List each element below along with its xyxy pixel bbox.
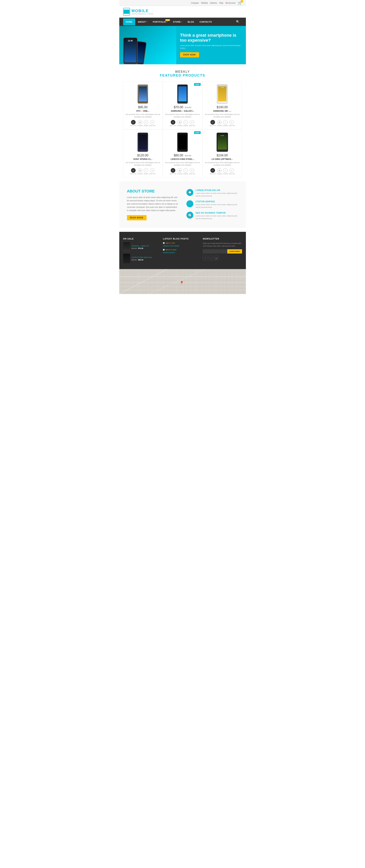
- phone-screen: 12:45: [124, 39, 136, 62]
- about-left: ABOUT STORE Lorem ipsum dolor sit amet c…: [127, 189, 179, 220]
- about-features: 💬 LOREM IPSUM DOLOR Lorem ipsum dolor si…: [187, 189, 238, 220]
- clock-icon: 🕐: [163, 242, 165, 244]
- blog-link-1[interactable]: Aliquam erat volutpat.: [163, 245, 179, 247]
- quickview-6[interactable]: ✓: [229, 168, 234, 173]
- old-price-2: $75.00: [185, 106, 191, 108]
- product-card-1: $95.00 HTC – ONE... Our products have so…: [123, 81, 163, 129]
- cart-button[interactable]: 🛒 0: [238, 1, 242, 5]
- nav-contacts[interactable]: CONTACTS: [197, 19, 214, 25]
- product-actions-1: 🛒 Add to cart ⚖ Compare ♡ Wishlist ✓ Qui…: [125, 120, 161, 126]
- topbar-myaccount[interactable]: My Account: [226, 2, 236, 4]
- compare-5[interactable]: ⚖: [177, 168, 182, 173]
- feature-content-3: SED DO EIUSMOD TEMPOR Lorem ipsum dolor …: [196, 212, 238, 220]
- hero-section: 12:45 Think a great smartphone is too ex…: [119, 26, 246, 64]
- map-svg: 📍: [119, 269, 246, 294]
- feature-icon-3: 🔄: [187, 212, 193, 219]
- sale-price-2: $94.50 $80.00: [132, 259, 152, 261]
- map-section: 📍: [119, 269, 246, 294]
- sale-name-2[interactable]: LENOVO K900 Steel Gray: [132, 256, 152, 258]
- wishlist-2[interactable]: ♡: [184, 120, 188, 125]
- blog-link-2[interactable]: Mauris posuere.: [163, 252, 175, 253]
- product-actions-3: 🛒 Add to cart ⚖ Compare ♡ Wishlist ✓ Qui…: [205, 120, 240, 126]
- product-img-6: 11:00: [214, 133, 230, 152]
- quickview-3[interactable]: ✓: [229, 120, 234, 125]
- wishlist-6[interactable]: ♡: [223, 168, 228, 173]
- topbar-delivery[interactable]: Delivery: [210, 2, 217, 4]
- topbar-help[interactable]: Help: [219, 2, 223, 4]
- add-to-cart-1[interactable]: 🛒: [131, 120, 136, 125]
- logo[interactable]: MOBILE WOOCOMMERCE THEME: [123, 8, 154, 16]
- product-name-5: LENOVO K900 STEEL...: [165, 158, 200, 160]
- nav-about[interactable]: ABOUT ▾: [135, 19, 150, 25]
- wishlist-5[interactable]: ♡: [184, 168, 188, 173]
- portfolio-dropdown-arrow: ▾: [167, 21, 168, 23]
- product-actions-4: 🛒 Add to cart ⚖ Compare ♡ Wishlist ✓ Qui…: [125, 168, 161, 175]
- quickview-2[interactable]: ✓: [190, 120, 194, 125]
- add-to-cart-2[interactable]: 🛒: [171, 120, 175, 125]
- add-to-cart-3[interactable]: 🛒: [210, 120, 215, 125]
- product-price-1: $95.00: [125, 105, 161, 109]
- product-actions-5: 🛒 Add to cart ⚖ Compare ♡ Wishlist ✓ Qui…: [165, 168, 200, 175]
- about-description: Lorem ipsum dolor sit amet conse ctetur …: [127, 196, 179, 212]
- product-desc-1: Our products have some advantages such a…: [125, 113, 161, 118]
- nav-blog[interactable]: BLOG: [185, 19, 197, 25]
- product-img-1: [135, 85, 151, 104]
- google-plus-icon[interactable]: g+: [214, 256, 219, 260]
- product-card-4: $120.00 SONY XPERIA Z1... Our products h…: [123, 129, 163, 178]
- quickview-5[interactable]: ✓: [190, 168, 194, 173]
- product-card-6: 11:00 $104.00 LG D802 (OPTIMUS... Our pr…: [203, 129, 242, 178]
- nav-home[interactable]: HOME: [123, 19, 135, 25]
- product-name-4: SONY XPERIA Z1...: [125, 158, 161, 160]
- product-name-1: HTC – ONE...: [125, 110, 161, 112]
- wishlist-3[interactable]: ♡: [223, 120, 228, 125]
- nav-store[interactable]: STORE ▾: [170, 19, 185, 25]
- featured-section-title: WEEKLY FEATURED PRODUCTS: [119, 64, 246, 81]
- feature-desc-2: Lorem ipsum dolor sit amet conse ctetur …: [196, 204, 238, 209]
- blog-post-1: 🕐 May 27, 2014 Aliquam erat volutpat.: [163, 242, 199, 247]
- product-img-3: 12:45: [214, 85, 230, 104]
- blog-title: LATEST BLOG POSTS: [163, 238, 199, 240]
- topbar-wishlist[interactable]: Wishlist: [201, 2, 208, 4]
- logo-subtitle: WOOCOMMERCE THEME: [132, 13, 154, 15]
- newsletter-desc: Enter your email and we'll send you a co…: [203, 242, 242, 247]
- hero-text: Think a great smartphone is too expensiv…: [176, 26, 246, 64]
- map-grid: 📍: [119, 269, 246, 294]
- quickview-4[interactable]: ✓: [150, 168, 155, 173]
- old-price-5: $94.50: [185, 154, 191, 157]
- facebook-icon[interactable]: f: [203, 256, 207, 260]
- add-to-cart-6[interactable]: 🛒: [210, 168, 215, 173]
- compare-3[interactable]: ⚖: [217, 120, 222, 125]
- product-price-4: $120.00: [125, 154, 161, 157]
- featured-label: FEATURED PRODUCTS: [119, 73, 246, 78]
- feature-title-2: CTETUR ADIPISIC: [196, 200, 238, 203]
- twitter-icon[interactable]: t: [208, 256, 213, 260]
- product-card-3: 12:45 $100.00 SAMSUNG SM –... Our produc…: [203, 81, 242, 129]
- compare-6[interactable]: ⚖: [217, 168, 222, 173]
- sale-name-1[interactable]: Samsung – Galaxy S5...: [132, 245, 150, 247]
- main-nav: HOME ABOUT ▾ PORTFOLIO ▾ NEW STORE ▾ BLO…: [119, 18, 246, 26]
- feature-icon-2: 🛒: [187, 200, 193, 207]
- nav-portfolio[interactable]: PORTFOLIO ▾ NEW: [150, 19, 170, 25]
- portfolio-new-badge: NEW: [165, 19, 170, 21]
- onsale-title: ON SALE: [123, 238, 159, 240]
- clock-icon-2: 🕐: [163, 249, 165, 251]
- quickview-1[interactable]: ✓: [150, 120, 155, 125]
- compare-1[interactable]: ⚖: [138, 120, 142, 125]
- search-icon[interactable]: 🔍: [234, 18, 242, 26]
- subscribe-button[interactable]: SUBSCRIBE!: [227, 249, 242, 253]
- blog-date-2: 🕐 March 14, 2013: [163, 249, 199, 251]
- wishlist-1[interactable]: ♡: [144, 120, 148, 125]
- sale-item-2: LENOVO K900 Steel Gray $94.50 $80.00: [123, 254, 159, 263]
- wishlist-4[interactable]: ♡: [144, 168, 148, 173]
- newsletter-email-input[interactable]: [203, 249, 227, 253]
- topbar-compare[interactable]: Compare: [191, 2, 199, 4]
- feature-title-1: LOREM IPSUM DOLOR: [196, 189, 238, 191]
- logo-name: MOBILE: [132, 9, 154, 13]
- add-to-cart-5[interactable]: 🛒: [171, 168, 175, 173]
- compare-2[interactable]: ⚖: [177, 120, 182, 125]
- read-more-button[interactable]: READ MORE: [127, 215, 146, 220]
- shop-now-button[interactable]: SHOP NOW!: [180, 52, 199, 57]
- product-card-5: Sale! $80.00 $94.50 LENOVO K900 STEEL...…: [163, 129, 202, 178]
- compare-4[interactable]: ⚖: [138, 168, 142, 173]
- add-to-cart-4[interactable]: 🛒: [131, 168, 136, 173]
